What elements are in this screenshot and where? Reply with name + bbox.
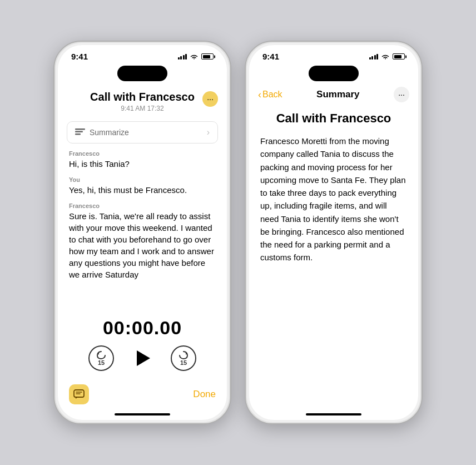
left-status-bar: 9:41 xyxy=(58,45,227,63)
play-icon xyxy=(137,350,150,366)
dynamic-island-right xyxy=(309,66,359,81)
speaker-name-1: You xyxy=(69,176,216,183)
right-wifi-icon xyxy=(381,53,390,60)
transcript-text-2: Sure is. Tania, we're all ready to assis… xyxy=(69,210,216,280)
summarize-bar[interactable]: Summarize › xyxy=(67,121,218,144)
recording-meta: 9:41 AM 17:32 xyxy=(69,105,216,112)
nav-title: Summary xyxy=(316,89,359,100)
transcript-block-0: Francesco Hi, is this Tania? xyxy=(69,150,216,170)
scene: 9:41 xyxy=(0,0,476,465)
speaker-name-0: Francesco xyxy=(69,150,216,157)
speaker-name-2: Francesco xyxy=(69,202,216,209)
summarize-label: Summarize xyxy=(90,128,129,137)
summarize-icon xyxy=(75,128,85,136)
left-status-time: 9:41 xyxy=(71,52,88,61)
back-label: Back xyxy=(262,90,282,100)
rewind-button[interactable]: 15 xyxy=(88,345,114,371)
more-button-left[interactable]: ··· xyxy=(202,91,218,107)
svg-rect-1 xyxy=(75,131,83,133)
right-signal-icon xyxy=(369,54,379,60)
recording-title: Call with Francesco xyxy=(69,90,216,103)
chat-icon-button[interactable] xyxy=(69,384,89,404)
skip-icon xyxy=(178,350,189,359)
skip-label: 15 xyxy=(180,359,187,366)
back-chevron-icon: ‹ xyxy=(258,89,261,101)
right-phone: 9:41 xyxy=(245,41,423,424)
rewind-label: 15 xyxy=(98,359,105,366)
skip-button[interactable]: 15 xyxy=(171,345,196,371)
signal-icon xyxy=(178,54,187,60)
summary-title: Call with Francesco xyxy=(260,111,407,126)
timer-display: 00:00.00 xyxy=(103,317,182,339)
recording-header: Call with Francesco 9:41 AM 17:32 ··· xyxy=(58,81,227,117)
left-phone: 9:41 xyxy=(53,41,231,424)
left-status-icons xyxy=(178,53,214,60)
summary-text: Francesco Moretti from the moving compan… xyxy=(260,135,407,264)
svg-rect-2 xyxy=(75,133,81,135)
playback-section: 00:00.00 15 xyxy=(58,313,227,380)
summarize-arrow-icon: › xyxy=(207,127,210,137)
summary-content: Call with Francesco Francesco Moretti fr… xyxy=(249,107,418,411)
play-button[interactable] xyxy=(130,345,155,371)
left-screen-content: Call with Francesco 9:41 AM 17:32 ··· Su… xyxy=(58,81,227,411)
dynamic-island-left xyxy=(117,66,167,81)
right-phone-inner: 9:41 xyxy=(249,45,418,420)
summary-nav: ‹ Back Summary ··· xyxy=(249,81,418,107)
more-button-right[interactable]: ··· xyxy=(394,87,409,102)
wifi-icon xyxy=(190,53,199,60)
playback-controls: 15 15 xyxy=(88,345,196,371)
transcript-block-1: You Yes, hi, this must be Francesco. xyxy=(69,176,216,196)
right-home-indicator xyxy=(306,413,361,415)
right-status-time: 9:41 xyxy=(262,52,279,61)
right-status-icons xyxy=(369,53,405,60)
done-button[interactable]: Done xyxy=(193,389,216,400)
right-status-bar: 9:41 xyxy=(249,45,418,63)
left-home-indicator xyxy=(115,413,170,415)
svg-rect-0 xyxy=(75,128,85,130)
transcript-text-1: Yes, hi, this must be Francesco. xyxy=(69,184,216,196)
left-phone-inner: 9:41 xyxy=(58,45,227,420)
bottom-bar-left: Done xyxy=(58,380,227,411)
transcript: Francesco Hi, is this Tania? You Yes, hi… xyxy=(58,148,227,313)
rewind-icon xyxy=(96,350,107,359)
transcript-block-2: Francesco Sure is. Tania, we're all read… xyxy=(69,202,216,280)
back-button[interactable]: ‹ Back xyxy=(258,89,282,101)
transcript-text-0: Hi, is this Tania? xyxy=(69,158,216,170)
right-battery-icon xyxy=(393,53,405,60)
right-screen-content: ‹ Back Summary ··· Call with Francesco F… xyxy=(249,81,418,411)
chat-icon xyxy=(73,389,85,399)
battery-icon xyxy=(201,53,214,60)
